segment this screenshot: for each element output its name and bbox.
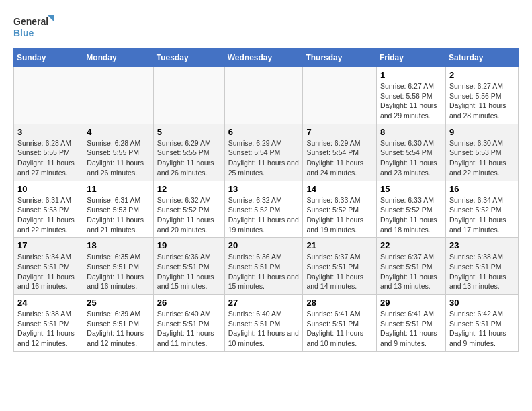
day-number: 23 — [449, 240, 515, 250]
day-info: Sunrise: 6:29 AM Sunset: 5:55 PM Dayligh… — [157, 138, 221, 178]
day-info: Sunrise: 6:31 AM Sunset: 5:53 PM Dayligh… — [87, 195, 149, 235]
day-number: 30 — [449, 298, 515, 308]
weekday-header: Friday — [376, 49, 445, 67]
day-info: Sunrise: 6:35 AM Sunset: 5:51 PM Dayligh… — [87, 252, 149, 291]
day-info: Sunrise: 6:32 AM Sunset: 5:52 PM Dayligh… — [157, 195, 221, 235]
day-info: Sunrise: 6:41 AM Sunset: 5:51 PM Dayligh… — [380, 309, 442, 349]
day-number: 10 — [17, 184, 79, 194]
calendar-cell — [224, 67, 303, 124]
day-info: Sunrise: 6:36 AM Sunset: 5:51 PM Dayligh… — [157, 252, 221, 291]
day-info: Sunrise: 6:40 AM Sunset: 5:51 PM Dayligh… — [228, 309, 300, 349]
calendar-cell: 13Sunrise: 6:32 AM Sunset: 5:52 PM Dayli… — [224, 181, 303, 238]
calendar-cell: 12Sunrise: 6:32 AM Sunset: 5:52 PM Dayli… — [153, 181, 224, 238]
day-info: Sunrise: 6:37 AM Sunset: 5:51 PM Dayligh… — [380, 252, 442, 291]
calendar-cell: 15Sunrise: 6:33 AM Sunset: 5:52 PM Dayli… — [376, 181, 445, 238]
day-number: 13 — [228, 184, 300, 194]
svg-text:General: General — [13, 16, 48, 27]
day-number: 20 — [228, 240, 300, 250]
day-number: 3 — [17, 127, 79, 137]
day-info: Sunrise: 6:32 AM Sunset: 5:52 PM Dayligh… — [228, 195, 300, 235]
calendar-cell: 19Sunrise: 6:36 AM Sunset: 5:51 PM Dayli… — [153, 238, 224, 295]
day-info: Sunrise: 6:34 AM Sunset: 5:52 PM Dayligh… — [449, 195, 515, 235]
day-number: 11 — [87, 184, 149, 194]
day-info: Sunrise: 6:30 AM Sunset: 5:54 PM Dayligh… — [380, 138, 442, 178]
day-number: 25 — [87, 298, 149, 308]
day-number: 2 — [449, 70, 515, 80]
day-number: 19 — [157, 240, 221, 250]
svg-text:Blue: Blue — [13, 28, 34, 38]
calendar-cell: 3Sunrise: 6:28 AM Sunset: 5:55 PM Daylig… — [14, 124, 83, 181]
calendar-cell: 24Sunrise: 6:38 AM Sunset: 5:51 PM Dayli… — [14, 295, 83, 352]
logo-svg: General Blue — [13, 13, 54, 42]
day-number: 17 — [17, 240, 79, 250]
calendar-cell: 20Sunrise: 6:36 AM Sunset: 5:51 PM Dayli… — [224, 238, 303, 295]
calendar-cell: 8Sunrise: 6:30 AM Sunset: 5:54 PM Daylig… — [376, 124, 445, 181]
day-info: Sunrise: 6:40 AM Sunset: 5:51 PM Dayligh… — [157, 309, 221, 349]
calendar-cell: 2Sunrise: 6:27 AM Sunset: 5:56 PM Daylig… — [445, 67, 518, 124]
day-number: 27 — [228, 298, 300, 308]
day-number: 18 — [87, 240, 149, 250]
day-info: Sunrise: 6:31 AM Sunset: 5:53 PM Dayligh… — [17, 195, 79, 235]
weekday-header: Wednesday — [224, 49, 303, 67]
calendar-cell — [14, 67, 83, 124]
day-info: Sunrise: 6:33 AM Sunset: 5:52 PM Dayligh… — [380, 195, 442, 235]
calendar-cell: 7Sunrise: 6:29 AM Sunset: 5:54 PM Daylig… — [303, 124, 377, 181]
calendar-cell: 4Sunrise: 6:28 AM Sunset: 5:55 PM Daylig… — [83, 124, 153, 181]
day-info: Sunrise: 6:36 AM Sunset: 5:51 PM Dayligh… — [228, 252, 300, 291]
day-info: Sunrise: 6:27 AM Sunset: 5:56 PM Dayligh… — [380, 81, 442, 121]
calendar-cell: 10Sunrise: 6:31 AM Sunset: 5:53 PM Dayli… — [14, 181, 83, 238]
calendar-cell — [303, 67, 377, 124]
page-header: General Blue — [13, 13, 519, 42]
day-number: 28 — [306, 298, 373, 308]
weekday-header: Tuesday — [153, 49, 224, 67]
calendar-cell: 30Sunrise: 6:42 AM Sunset: 5:51 PM Dayli… — [445, 295, 518, 352]
day-info: Sunrise: 6:39 AM Sunset: 5:51 PM Dayligh… — [87, 309, 149, 349]
day-number: 7 — [306, 127, 373, 137]
day-info: Sunrise: 6:29 AM Sunset: 5:54 PM Dayligh… — [306, 138, 373, 178]
calendar-cell: 16Sunrise: 6:34 AM Sunset: 5:52 PM Dayli… — [445, 181, 518, 238]
day-number: 6 — [228, 127, 300, 137]
weekday-header: Thursday — [303, 49, 377, 67]
day-number: 22 — [380, 240, 442, 250]
day-info: Sunrise: 6:34 AM Sunset: 5:51 PM Dayligh… — [17, 252, 79, 291]
day-info: Sunrise: 6:30 AM Sunset: 5:53 PM Dayligh… — [449, 138, 515, 178]
day-info: Sunrise: 6:29 AM Sunset: 5:54 PM Dayligh… — [228, 138, 300, 178]
calendar-cell — [153, 67, 224, 124]
day-info: Sunrise: 6:38 AM Sunset: 5:51 PM Dayligh… — [449, 252, 515, 291]
calendar-cell: 6Sunrise: 6:29 AM Sunset: 5:54 PM Daylig… — [224, 124, 303, 181]
day-number: 4 — [87, 127, 149, 137]
day-info: Sunrise: 6:41 AM Sunset: 5:51 PM Dayligh… — [306, 309, 373, 349]
calendar-cell: 9Sunrise: 6:30 AM Sunset: 5:53 PM Daylig… — [445, 124, 518, 181]
calendar-cell: 21Sunrise: 6:37 AM Sunset: 5:51 PM Dayli… — [303, 238, 377, 295]
day-info: Sunrise: 6:33 AM Sunset: 5:52 PM Dayligh… — [306, 195, 373, 235]
day-number: 8 — [380, 127, 442, 137]
weekday-header: Monday — [83, 49, 153, 67]
day-info: Sunrise: 6:28 AM Sunset: 5:55 PM Dayligh… — [87, 138, 149, 178]
day-info: Sunrise: 6:38 AM Sunset: 5:51 PM Dayligh… — [17, 309, 79, 349]
day-number: 14 — [306, 184, 373, 194]
day-info: Sunrise: 6:37 AM Sunset: 5:51 PM Dayligh… — [306, 252, 373, 291]
calendar-cell: 26Sunrise: 6:40 AM Sunset: 5:51 PM Dayli… — [153, 295, 224, 352]
day-number: 12 — [157, 184, 221, 194]
day-info: Sunrise: 6:27 AM Sunset: 5:56 PM Dayligh… — [449, 81, 515, 121]
calendar-cell: 1Sunrise: 6:27 AM Sunset: 5:56 PM Daylig… — [376, 67, 445, 124]
calendar-cell: 29Sunrise: 6:41 AM Sunset: 5:51 PM Dayli… — [376, 295, 445, 352]
calendar-cell: 28Sunrise: 6:41 AM Sunset: 5:51 PM Dayli… — [303, 295, 377, 352]
day-number: 5 — [157, 127, 221, 137]
weekday-header: Sunday — [14, 49, 83, 67]
day-info: Sunrise: 6:28 AM Sunset: 5:55 PM Dayligh… — [17, 138, 79, 178]
calendar-cell: 11Sunrise: 6:31 AM Sunset: 5:53 PM Dayli… — [83, 181, 153, 238]
day-info: Sunrise: 6:42 AM Sunset: 5:51 PM Dayligh… — [449, 309, 515, 349]
day-number: 26 — [157, 298, 221, 308]
calendar-cell: 25Sunrise: 6:39 AM Sunset: 5:51 PM Dayli… — [83, 295, 153, 352]
day-number: 24 — [17, 298, 79, 308]
calendar-cell: 23Sunrise: 6:38 AM Sunset: 5:51 PM Dayli… — [445, 238, 518, 295]
day-number: 16 — [449, 184, 515, 194]
day-number: 1 — [380, 70, 442, 80]
day-number: 9 — [449, 127, 515, 137]
calendar-cell — [83, 67, 153, 124]
day-number: 21 — [306, 240, 373, 250]
calendar-cell: 17Sunrise: 6:34 AM Sunset: 5:51 PM Dayli… — [14, 238, 83, 295]
calendar-cell: 14Sunrise: 6:33 AM Sunset: 5:52 PM Dayli… — [303, 181, 377, 238]
calendar-table: SundayMondayTuesdayWednesdayThursdayFrid… — [13, 48, 519, 352]
